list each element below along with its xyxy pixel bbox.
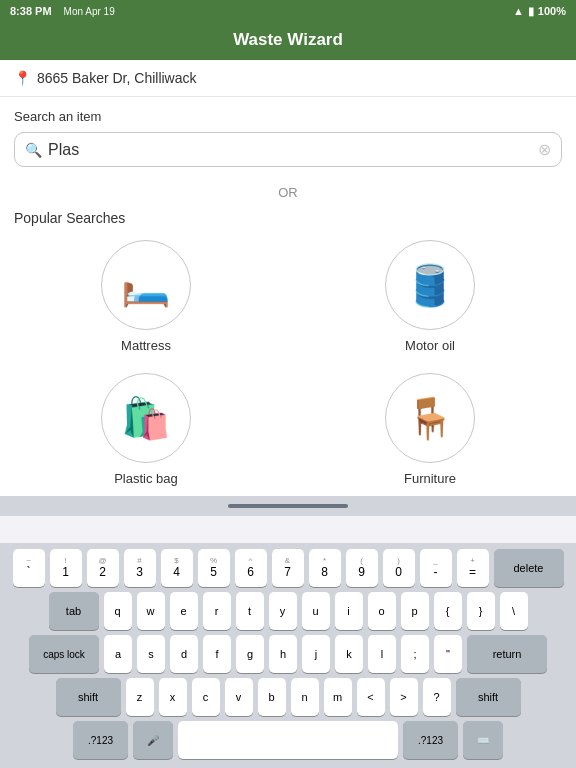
location-icon: 📍 (14, 70, 31, 86)
keyboard-row-1: ~` !1 @2 #3 $4 %5 ^6 &7 *8 (9 )0 (3, 549, 573, 587)
app-title: Waste Wizard (233, 30, 343, 49)
key-amp-7[interactable]: &7 (272, 549, 304, 587)
key-m[interactable]: m (324, 678, 352, 716)
key-backslash[interactable]: \ (500, 592, 528, 630)
key-u[interactable]: u (302, 592, 330, 630)
tab-key[interactable]: tab (49, 592, 99, 630)
key-at-2[interactable]: @2 (87, 549, 119, 587)
key-b[interactable]: b (258, 678, 286, 716)
key-quote[interactable]: " (434, 635, 462, 673)
key-x[interactable]: x (159, 678, 187, 716)
keyboard-row-3: caps lock a s d f g h j k l ; " return (3, 635, 573, 673)
search-input-value[interactable]: Plas (48, 141, 538, 159)
key-s[interactable]: s (137, 635, 165, 673)
key-l[interactable]: l (368, 635, 396, 673)
home-bar (228, 504, 348, 508)
key-h[interactable]: h (269, 635, 297, 673)
key-f[interactable]: f (203, 635, 231, 673)
plastic-bag-icon-circle: 🛍️ (101, 373, 191, 463)
search-section: Search an item 🔍 Plas ⊗ (0, 97, 576, 175)
status-day: Mon Apr 19 (64, 6, 115, 17)
key-star-8[interactable]: *8 (309, 549, 341, 587)
return-key[interactable]: return (467, 635, 547, 673)
key-rbrace[interactable]: } (467, 592, 495, 630)
popular-grid: 🛏️ Mattress 🛢️ Motor oil 🛍️ Plastic bag … (14, 240, 562, 486)
key-w[interactable]: w (137, 592, 165, 630)
search-label: Search an item (14, 109, 562, 124)
app-header: Waste Wizard (0, 22, 576, 60)
key-v[interactable]: v (225, 678, 253, 716)
search-icon: 🔍 (25, 142, 42, 158)
key-q[interactable]: q (104, 592, 132, 630)
shift-left-key[interactable]: shift (56, 678, 121, 716)
popular-item-plastic-bag[interactable]: 🛍️ Plastic bag (14, 373, 278, 486)
furniture-icon-circle: 🪑 (385, 373, 475, 463)
key-a[interactable]: a (104, 635, 132, 673)
keyboard-row-5: .?123 🎤 .?123 ⌨️ (3, 721, 573, 759)
wifi-icon: ▲ (513, 5, 524, 17)
key-lparen-9[interactable]: (9 (346, 549, 378, 587)
key-question-slash[interactable]: ? (423, 678, 451, 716)
key-semicolon[interactable]: ; (401, 635, 429, 673)
key-rparen-0[interactable]: )0 (383, 549, 415, 587)
key-g[interactable]: g (236, 635, 264, 673)
motor-oil-icon: 🛢️ (405, 265, 455, 305)
key-c[interactable]: c (192, 678, 220, 716)
keyboard: ~` !1 @2 #3 $4 %5 ^6 &7 *8 (9 )0 (0, 543, 576, 768)
popular-section: Popular Searches 🛏️ Mattress 🛢️ Motor oi… (0, 210, 576, 496)
mattress-icon: 🛏️ (121, 265, 171, 305)
keyboard-row-2: tab q w e r t y u i o p { } \ (3, 592, 573, 630)
key-k[interactable]: k (335, 635, 363, 673)
furniture-icon: 🪑 (405, 398, 455, 438)
divider-text: OR (278, 185, 298, 200)
shift-right-key[interactable]: shift (456, 678, 521, 716)
key-o[interactable]: o (368, 592, 396, 630)
space-key[interactable] (178, 721, 398, 759)
keyboard-row-4: shift z x c v b n m < > ? shift (3, 678, 573, 716)
motor-oil-label: Motor oil (405, 338, 455, 353)
key-plus-equals[interactable]: += (457, 549, 489, 587)
popular-title: Popular Searches (14, 210, 562, 226)
location-bar[interactable]: 📍 8665 Baker Dr, Chilliwack (0, 60, 576, 97)
search-bar[interactable]: 🔍 Plas ⊗ (14, 132, 562, 167)
key-z[interactable]: z (126, 678, 154, 716)
motor-oil-icon-circle: 🛢️ (385, 240, 475, 330)
key-r[interactable]: r (203, 592, 231, 630)
key-lbrace[interactable]: { (434, 592, 462, 630)
key-percent-5[interactable]: %5 (198, 549, 230, 587)
location-address: 8665 Baker Dr, Chilliwack (37, 70, 197, 86)
search-clear-button[interactable]: ⊗ (538, 140, 551, 159)
key-tilde-grave[interactable]: ~` (13, 549, 45, 587)
key-caret-6[interactable]: ^6 (235, 549, 267, 587)
key-hash-3[interactable]: #3 (124, 549, 156, 587)
symbol-toggle-right[interactable]: .?123 (403, 721, 458, 759)
mic-key[interactable]: 🎤 (133, 721, 173, 759)
furniture-label: Furniture (404, 471, 456, 486)
popular-item-mattress[interactable]: 🛏️ Mattress (14, 240, 278, 353)
symbol-toggle-left[interactable]: .?123 (73, 721, 128, 759)
key-i[interactable]: i (335, 592, 363, 630)
or-divider: OR (0, 175, 576, 210)
keyboard-dismiss-key[interactable]: ⌨️ (463, 721, 503, 759)
key-dollar-4[interactable]: $4 (161, 549, 193, 587)
key-d[interactable]: d (170, 635, 198, 673)
mattress-label: Mattress (121, 338, 171, 353)
popular-item-motor-oil[interactable]: 🛢️ Motor oil (298, 240, 562, 353)
popular-item-furniture[interactable]: 🪑 Furniture (298, 373, 562, 486)
key-excl-1[interactable]: !1 (50, 549, 82, 587)
delete-key[interactable]: delete (494, 549, 564, 587)
key-n[interactable]: n (291, 678, 319, 716)
key-t[interactable]: t (236, 592, 264, 630)
battery-icon: ▮ (528, 5, 534, 18)
key-lt-comma[interactable]: < (357, 678, 385, 716)
key-underscore-dash[interactable]: _- (420, 549, 452, 587)
key-e[interactable]: e (170, 592, 198, 630)
key-gt-period[interactable]: > (390, 678, 418, 716)
key-y[interactable]: y (269, 592, 297, 630)
status-time: 8:38 PM (10, 5, 52, 17)
home-indicator (0, 496, 576, 516)
key-j[interactable]: j (302, 635, 330, 673)
status-bar-left: 8:38 PM Mon Apr 19 (10, 5, 115, 17)
caps-lock-key[interactable]: caps lock (29, 635, 99, 673)
key-p[interactable]: p (401, 592, 429, 630)
